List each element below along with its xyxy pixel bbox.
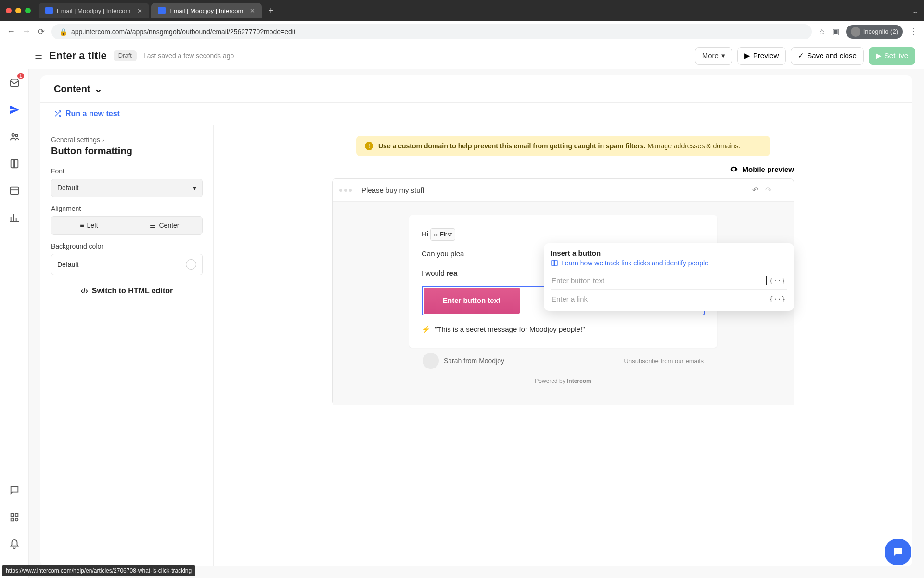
svg-rect-5 [11,518,13,521]
mobile-preview-toggle[interactable]: Mobile preview [332,165,794,173]
breadcrumb-label: General settings [51,136,100,144]
unsubscribe-link[interactable]: Unsubscribe from our emails [624,357,704,365]
run-test-link[interactable]: Run a new test [40,103,912,125]
undo-button[interactable]: ↶ [752,185,758,195]
warning-text: Use a custom domain to help prevent this… [378,142,647,150]
chevron-down-icon: ▾ [193,184,196,192]
svg-rect-4 [15,514,18,517]
align-center-button[interactable]: ☰ Center [127,217,202,234]
play-icon: ▶ [744,52,750,60]
align-center-icon: ☰ [150,222,156,229]
drag-handle-icon[interactable] [339,189,352,192]
set-live-button[interactable]: ▶ Set live [869,47,915,65]
close-icon[interactable]: ✕ [137,7,142,14]
browser-tab-active[interactable]: Email | Moodjoy | Intercom ✕ [151,3,262,18]
badge-count: 1 [17,73,24,79]
button-text-input[interactable] [551,272,766,289]
align-left-button[interactable]: ≡ Left [51,217,127,234]
spam-warning-banner: ! Use a custom domain to help prevent th… [356,136,770,156]
menu-icon[interactable]: ☰ [35,51,42,61]
address-bar[interactable]: 🔒 app.intercom.com/a/apps/nnsgmgob/outbo… [51,24,812,39]
more-button[interactable]: More ▾ [695,47,732,65]
svg-point-6 [15,518,18,521]
intercom-favicon-icon [158,7,166,14]
window-zoom-icon[interactable] [25,8,31,13]
incognito-label: Incognito (2) [863,28,898,35]
preview-label: Preview [753,52,779,60]
window-close-icon[interactable] [6,8,12,13]
html-editor-link[interactable]: ‹/› Switch to HTML editor [51,287,203,295]
reload-button[interactable]: ⟳ [38,26,45,37]
chevron-down-icon: ⌄ [94,83,103,94]
code-icon: ‹› [434,229,438,240]
save-and-close-button[interactable]: ✓ Save and close [791,47,864,65]
sender-name: Sarah from Moodjoy [444,357,504,365]
powered-prefix: Powered by [535,378,567,384]
star-icon[interactable]: ☆ [819,27,825,36]
color-swatch-icon[interactable] [186,259,196,270]
align-left-icon: ≡ [80,222,84,229]
popover-help-label: Learn how we track link clicks and ident… [561,259,708,267]
apps-icon[interactable] [8,511,21,524]
redo-button[interactable]: ↷ [765,185,771,195]
lock-icon: 🔒 [59,28,67,36]
button-link-input[interactable] [551,290,767,308]
kebab-icon[interactable]: ⋮ [910,27,917,36]
url-text: app.intercom.com/a/apps/nnsgmgob/outboun… [71,28,295,36]
insert-variable-icon[interactable]: {··} [767,295,787,303]
browser-status-bar: https://www.intercom.com/help/en/article… [2,565,195,576]
section-dropdown[interactable]: Content ⌄ [40,75,912,103]
contacts-icon[interactable] [8,130,21,144]
body-text: I would [422,269,447,277]
svg-rect-2 [10,187,18,195]
sender-avatar [423,353,439,369]
bgcolor-value: Default [57,261,78,268]
insert-variable-icon[interactable]: {··} [767,277,787,285]
intercom-messenger-fab[interactable] [885,539,911,565]
shuffle-icon [54,110,62,118]
html-editor-label: Switch to HTML editor [92,287,173,295]
reports-icon[interactable] [8,211,21,224]
incognito-badge[interactable]: Incognito (2) [846,25,903,39]
more-label: More [702,52,719,60]
breadcrumb[interactable]: General settings › [51,136,203,144]
close-icon[interactable]: ✕ [250,7,255,14]
popover-help-link[interactable]: Learn how we track link clicks and ident… [551,259,787,267]
cta-button[interactable]: Enter button text [424,288,520,314]
merge-token[interactable]: ‹› First [430,228,455,241]
window-minimize-icon[interactable] [15,8,21,13]
inbox-icon[interactable]: 1 [8,76,21,90]
panel-icon[interactable]: ▣ [832,27,839,36]
powered-brand: Intercom [567,378,591,384]
browser-tab[interactable]: Email | Moodjoy | Intercom ✕ [38,3,149,18]
font-select[interactable]: Default ▾ [51,179,203,197]
back-button[interactable]: ← [7,26,15,37]
font-value: Default [57,184,78,192]
messenger-icon[interactable] [8,484,21,497]
preview-button[interactable]: ▶ Preview [737,47,786,65]
secret-text: "This is a secret message for Moodjoy pe… [435,323,585,336]
bolt-icon: ⚡ [422,323,431,336]
align-left-label: Left [87,222,98,229]
setlive-label: Set live [885,52,908,60]
tabs-dropdown-icon[interactable]: ⌄ [912,6,918,15]
new-tab-button[interactable]: + [264,3,279,19]
warning-period: . [738,142,740,150]
outbound-icon[interactable] [8,103,21,117]
check-icon: ✓ [798,52,804,60]
email-subject-input[interactable] [361,186,752,194]
notifications-icon[interactable] [8,538,21,551]
play-circle-icon: ▶ [876,52,882,60]
page-title[interactable]: Enter a title [49,50,107,62]
book-icon [551,259,558,267]
token-label: First [440,229,452,240]
mobile-preview-label: Mobile preview [742,165,794,173]
manage-domains-link[interactable]: Manage addresses & domains [647,142,738,150]
svg-point-1 [15,134,18,137]
articles-icon[interactable] [8,157,21,171]
alignment-label: Alignment [51,205,203,212]
panel-title: Button formatting [51,145,203,157]
run-test-label: Run a new test [65,109,120,118]
data-icon[interactable] [8,184,21,197]
bgcolor-input[interactable]: Default [51,254,203,275]
